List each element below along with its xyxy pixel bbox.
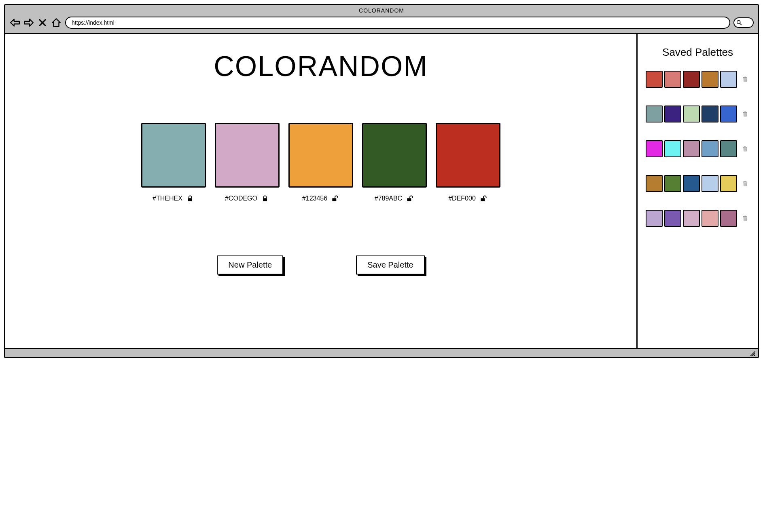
swatch-column: #THEHEX — [140, 123, 208, 203]
mini-swatch[interactable] — [702, 71, 718, 88]
svg-rect-15 — [745, 216, 746, 216]
nav-icons — [9, 17, 62, 28]
mini-swatch[interactable] — [683, 175, 700, 192]
current-palette: #THEHEX#CODEGO#123456#789ABC#DEF000 — [140, 123, 502, 203]
swatch-label-row: #CODEGO — [225, 194, 269, 203]
content-wrapper: COLORANDOM #THEHEX#CODEGO#123456#789ABC#… — [5, 33, 758, 348]
browser-frame: COLORANDOM C — [4, 4, 759, 358]
swatch-column: #DEF000 — [434, 123, 502, 203]
mini-swatch[interactable] — [702, 140, 718, 157]
action-buttons: New Palette Save Palette — [217, 255, 424, 274]
mini-swatch[interactable] — [664, 210, 681, 227]
mini-swatch[interactable] — [664, 71, 681, 88]
mini-swatch[interactable] — [646, 106, 663, 122]
resize-handle-icon[interactable] — [750, 350, 755, 356]
back-icon[interactable] — [9, 17, 21, 28]
svg-rect-5 — [481, 198, 485, 201]
mini-swatch[interactable] — [646, 140, 663, 157]
svg-rect-9 — [745, 112, 746, 112]
color-swatch[interactable] — [288, 123, 353, 188]
svg-rect-7 — [745, 77, 746, 77]
svg-rect-3 — [332, 198, 336, 201]
swatch-column: #123456 — [287, 123, 355, 203]
swatch-label-row: #789ABC — [375, 194, 415, 203]
saved-palette-row — [646, 210, 750, 227]
mini-swatch[interactable] — [702, 175, 718, 192]
mini-swatch[interactable] — [720, 71, 737, 88]
mini-swatch[interactable] — [664, 140, 681, 157]
status-bar — [5, 348, 758, 357]
lock-open-icon[interactable] — [405, 194, 414, 203]
url-input[interactable] — [65, 17, 730, 29]
browser-chrome: COLORANDOM — [5, 5, 758, 33]
lock-closed-icon[interactable] — [261, 194, 269, 203]
lock-open-icon[interactable] — [479, 194, 488, 203]
svg-rect-11 — [745, 146, 746, 147]
sidebar: Saved Palettes — [636, 34, 758, 348]
mini-swatch[interactable] — [646, 175, 663, 192]
home-icon[interactable] — [51, 17, 62, 28]
forward-icon[interactable] — [23, 17, 34, 28]
trash-icon[interactable] — [741, 74, 749, 84]
sidebar-title: Saved Palettes — [646, 46, 750, 59]
saved-palette-row — [646, 71, 750, 88]
mini-swatch[interactable] — [720, 210, 737, 227]
swatch-column: #789ABC — [360, 123, 428, 203]
trash-icon[interactable] — [741, 144, 749, 154]
svg-rect-13 — [745, 181, 746, 182]
color-swatch[interactable] — [141, 123, 206, 188]
swatch-label-row: #123456 — [302, 194, 339, 203]
mini-swatch[interactable] — [683, 106, 700, 122]
mini-swatch[interactable] — [720, 106, 737, 122]
hex-label: #789ABC — [375, 195, 403, 202]
lock-open-icon[interactable] — [331, 194, 339, 203]
swatch-label-row: #THEHEX — [153, 194, 195, 203]
mini-swatch[interactable] — [683, 210, 700, 227]
mini-swatch[interactable] — [720, 140, 737, 157]
saved-palette-row — [646, 106, 750, 122]
window-title: COLORANDOM — [5, 6, 758, 15]
color-swatch[interactable] — [436, 123, 500, 188]
mini-swatch[interactable] — [664, 175, 681, 192]
save-palette-button[interactable]: Save Palette — [356, 255, 424, 274]
new-palette-button[interactable]: New Palette — [217, 255, 283, 274]
saved-palette-row — [646, 140, 750, 157]
mini-swatch[interactable] — [683, 71, 700, 88]
color-swatch[interactable] — [362, 123, 427, 188]
page-title: COLORANDOM — [214, 50, 428, 82]
hex-label: #123456 — [302, 195, 327, 202]
search-button[interactable] — [733, 17, 754, 28]
svg-rect-1 — [188, 198, 192, 201]
browser-toolbar — [5, 15, 758, 30]
mini-swatch[interactable] — [646, 210, 663, 227]
mini-swatch[interactable] — [664, 106, 681, 122]
swatch-label-row: #DEF000 — [448, 194, 488, 203]
hex-label: #CODEGO — [225, 195, 257, 202]
mini-swatch[interactable] — [702, 210, 718, 227]
saved-palette-row — [646, 175, 750, 192]
saved-palettes-list — [646, 71, 750, 227]
main-area: COLORANDOM #THEHEX#CODEGO#123456#789ABC#… — [5, 34, 636, 348]
color-swatch[interactable] — [215, 123, 280, 188]
mini-swatch[interactable] — [683, 140, 700, 157]
trash-icon[interactable] — [741, 179, 749, 188]
svg-rect-2 — [263, 198, 267, 201]
swatch-column: #CODEGO — [213, 123, 281, 203]
mini-swatch[interactable] — [646, 71, 663, 88]
trash-icon[interactable] — [741, 109, 749, 119]
mini-swatch[interactable] — [702, 106, 718, 122]
hex-label: #THEHEX — [153, 195, 182, 202]
hex-label: #DEF000 — [448, 195, 476, 202]
svg-rect-4 — [407, 198, 411, 201]
stop-icon[interactable] — [37, 17, 48, 28]
mini-swatch[interactable] — [720, 175, 737, 192]
lock-closed-icon[interactable] — [186, 194, 195, 203]
trash-icon[interactable] — [741, 213, 749, 223]
